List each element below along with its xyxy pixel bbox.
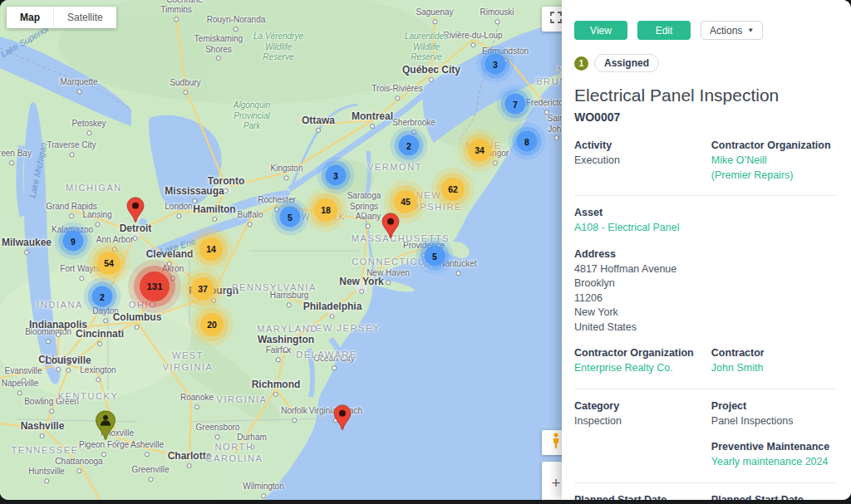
field-value: Execution: [574, 154, 711, 169]
field-section: CategoryInspectionProjectPanel Inspectio…: [574, 400, 838, 470]
cluster-marker[interactable]: 45: [394, 190, 417, 213]
field-row: Preventive MaintenanceYearly maintenance…: [574, 441, 838, 470]
actions-label: Actions: [710, 25, 742, 37]
cluster-marker[interactable]: 2: [92, 286, 113, 307]
map-canvas[interactable]: CochraneTimminsSudburyMarquetteRouyn-Nor…: [0, 0, 562, 500]
actions-dropdown-button[interactable]: Actions ▼: [701, 21, 763, 40]
field-planned-start-date: Planned Start Date07/21/2024 8:00 AM: [574, 494, 711, 501]
app-frame: CochraneTimminsSudburyMarquetteRouyn-Nor…: [0, 0, 851, 504]
cluster-marker[interactable]: 2: [399, 135, 420, 156]
field-label: Project: [711, 400, 838, 412]
field-empty: [711, 207, 838, 236]
cluster-marker[interactable]: 3: [326, 165, 347, 186]
field-label: Planned Start Date: [711, 494, 838, 501]
work-order-pin[interactable]: [381, 213, 401, 242]
cluster-marker[interactable]: 37: [191, 277, 214, 301]
field-section: AssetA108 - Electrical PanelAddress4817 …: [574, 207, 838, 376]
field-value[interactable]: John Smith: [711, 361, 838, 376]
field-row: ActivityExecutionContractor Organization…: [574, 139, 838, 183]
satellite-view-button[interactable]: Satellite: [54, 7, 116, 28]
panel-fields: ActivityExecutionContractor Organization…: [574, 139, 838, 500]
user-location-marker[interactable]: [95, 410, 117, 444]
field-empty: [711, 248, 838, 335]
field-label: Contractor: [711, 347, 838, 359]
field-asset: AssetA108 - Electrical Panel: [574, 207, 711, 236]
work-order-map-app: CochraneTimminsSudburyMarquetteRouyn-Nor…: [0, 0, 851, 500]
field-value[interactable]: Enterprise Realty Co.: [574, 361, 711, 376]
view-button[interactable]: View: [574, 21, 627, 40]
zoom-in-button[interactable]: +: [542, 462, 562, 500]
field-contractor-organization: Contractor OrganizationMike O’Neill(Prem…: [711, 139, 838, 183]
cluster-marker[interactable]: 131: [140, 272, 170, 301]
cluster-marker[interactable]: 7: [505, 94, 526, 115]
section-divider: [574, 389, 838, 389]
caret-down-icon: ▼: [747, 27, 754, 34]
section-divider: [574, 195, 838, 196]
field-label: Contractor Organization: [574, 347, 711, 359]
field-row: Planned Start Date07/21/2024 8:00 AMPlan…: [574, 494, 838, 501]
cluster-marker[interactable]: 9: [63, 231, 84, 252]
field-value[interactable]: Mike O’Neill(Premier Repairs): [711, 154, 838, 183]
field-label: Planned Start Date: [574, 494, 711, 501]
status-badge: Assigned: [594, 54, 659, 72]
field-empty: [574, 441, 711, 470]
cluster-marker[interactable]: 5: [425, 246, 445, 267]
fullscreen-button[interactable]: [542, 7, 562, 32]
field-planned-start-date: Planned Start Date07/21/2024 4:00 PM: [711, 494, 838, 501]
field-section: Planned Start Date07/21/2024 8:00 AMPlan…: [574, 494, 838, 501]
field-project: ProjectPanel Inspections: [711, 400, 838, 429]
cluster-marker[interactable]: 5: [280, 207, 301, 228]
work-order-detail-panel: View Edit Actions ▼ 1 Assigned Electrica…: [562, 0, 851, 500]
panel-action-bar: View Edit Actions ▼: [574, 21, 838, 40]
field-contractor-organization: Contractor OrganizationEnterprise Realty…: [574, 347, 711, 376]
work-order-pin[interactable]: [126, 197, 145, 227]
field-address: Address4817 Hoffman AvenueBrooklyn11206N…: [574, 248, 711, 335]
map-terrain: [0, 0, 562, 500]
work-order-pin[interactable]: [333, 404, 352, 434]
street-view-pegman[interactable]: [542, 430, 562, 455]
field-label: Asset: [574, 207, 711, 218]
field-value: Panel Inspections: [711, 414, 838, 429]
page-title: Electrical Panel Inspection: [574, 86, 838, 105]
field-row: Address4817 Hoffman AvenueBrooklyn11206N…: [574, 248, 838, 335]
cluster-marker[interactable]: 62: [441, 178, 465, 201]
field-label: Category: [574, 400, 711, 412]
field-value[interactable]: Yearly maintenance 2024: [711, 455, 838, 470]
status-row: 1 Assigned: [574, 54, 838, 72]
edit-button[interactable]: Edit: [637, 21, 691, 40]
field-section: ActivityExecutionContractor Organization…: [574, 139, 838, 183]
field-contractor: ContractorJohn Smith: [711, 347, 838, 376]
field-label: Address: [574, 248, 711, 260]
cluster-marker[interactable]: 34: [468, 139, 491, 162]
cluster-marker[interactable]: 20: [200, 313, 224, 336]
section-divider: [574, 482, 838, 483]
field-preventive-maintenance: Preventive MaintenanceYearly maintenance…: [711, 441, 838, 470]
status-count-badge: 1: [574, 56, 588, 71]
field-activity: ActivityExecution: [574, 139, 711, 183]
cluster-marker[interactable]: 8: [517, 131, 538, 152]
cluster-marker[interactable]: 18: [314, 198, 337, 222]
field-row: AssetA108 - Electrical Panel: [574, 207, 838, 236]
fullscreen-icon: [550, 12, 562, 27]
plus-icon: +: [551, 475, 560, 491]
field-row: Contractor OrganizationEnterprise Realty…: [574, 347, 838, 376]
map-view-button[interactable]: Map: [7, 7, 53, 28]
field-value: Inspection: [574, 414, 711, 429]
field-label: Activity: [574, 139, 711, 151]
cluster-marker[interactable]: 54: [97, 252, 121, 275]
field-category: CategoryInspection: [574, 400, 711, 429]
cluster-marker[interactable]: 14: [199, 237, 223, 261]
cluster-marker[interactable]: 3: [485, 54, 506, 75]
map-type-control: Map Satellite: [7, 7, 116, 28]
work-order-id: WO0007: [574, 110, 838, 124]
field-label: Contractor Organization: [711, 139, 838, 151]
field-row: CategoryInspectionProjectPanel Inspectio…: [574, 400, 838, 429]
field-value[interactable]: A108 - Electrical Panel: [574, 221, 711, 236]
field-label: Preventive Maintenance: [711, 441, 838, 453]
pegman-icon: [551, 433, 561, 453]
field-value: 4817 Hoffman AvenueBrooklyn11206New York…: [574, 262, 711, 335]
